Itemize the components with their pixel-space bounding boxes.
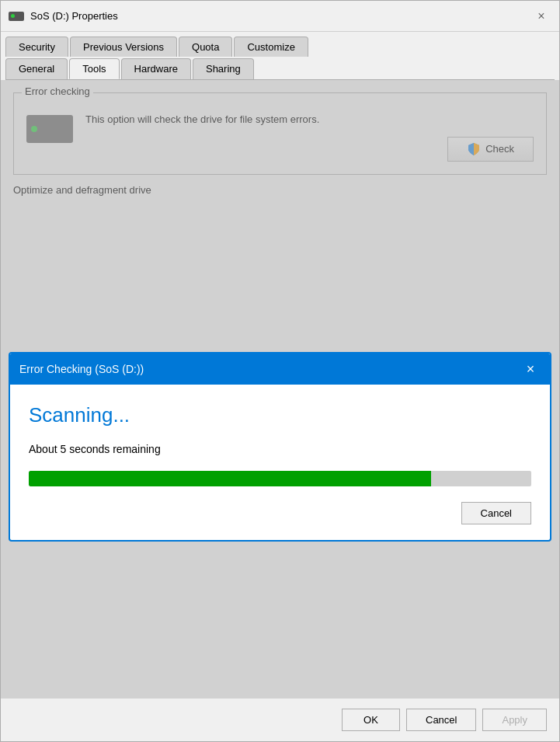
- tab-security[interactable]: Security: [5, 37, 68, 57]
- tab-hardware[interactable]: Hardware: [121, 58, 191, 79]
- dialog-close-button[interactable]: ×: [520, 359, 541, 379]
- tab-sharing[interactable]: Sharing: [193, 58, 254, 79]
- tab-general[interactable]: General: [5, 58, 68, 79]
- title-bar: SoS (D:) Properties ×: [1, 1, 559, 32]
- tab-previous-versions[interactable]: Previous Versions: [70, 37, 177, 57]
- tabs-container: Security Previous Versions Quota Customi…: [1, 32, 559, 80]
- dialog-title: Error Checking (SoS (D:)): [19, 363, 144, 375]
- dialog-titlebar: Error Checking (SoS (D:)) ×: [10, 354, 550, 385]
- properties-window: SoS (D:) Properties × Security Previous …: [0, 0, 560, 742]
- window-close-button[interactable]: ×: [531, 6, 551, 26]
- remaining-text: About 5 seconds remaining: [29, 443, 531, 455]
- error-checking-dialog: Error Checking (SoS (D:)) × Scanning... …: [9, 352, 551, 542]
- scanning-text: Scanning...: [29, 403, 531, 427]
- cancel-button[interactable]: Cancel: [406, 709, 476, 731]
- dialog-cancel-button[interactable]: Cancel: [461, 502, 531, 524]
- apply-button[interactable]: Apply: [482, 709, 547, 731]
- tab-customize[interactable]: Customize: [234, 37, 308, 57]
- dialog-body: Scanning... About 5 seconds remaining Ca…: [10, 385, 550, 540]
- dialog-buttons: Cancel: [29, 502, 531, 524]
- title-bar-left: SoS (D:) Properties: [9, 10, 118, 22]
- tabs-row-1: Security Previous Versions Quota Customi…: [5, 37, 555, 57]
- bottom-buttons-bar: OK Cancel Apply: [1, 698, 559, 741]
- ok-button[interactable]: OK: [342, 709, 400, 731]
- progress-fill: [29, 471, 431, 486]
- tabs-row-2: General Tools Hardware Sharing: [5, 58, 555, 79]
- progress-bar-container: [29, 471, 531, 486]
- drive-title-icon: [9, 12, 24, 21]
- tab-tools[interactable]: Tools: [69, 58, 119, 79]
- window-title: SoS (D:) Properties: [30, 10, 118, 22]
- content-area: Error checking This option will check th…: [1, 80, 559, 698]
- tab-quota[interactable]: Quota: [179, 37, 232, 57]
